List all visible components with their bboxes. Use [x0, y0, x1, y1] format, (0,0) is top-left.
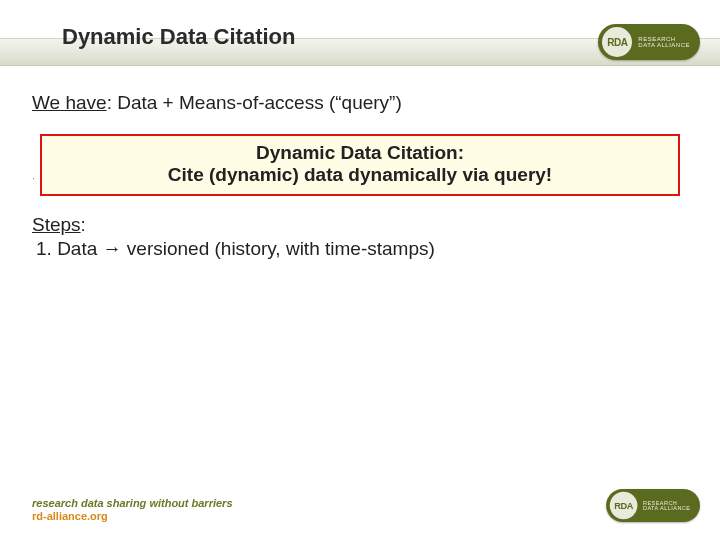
steps-label: Steps — [32, 214, 81, 235]
we-have-line: We have: Data + Means-of-access (“query”… — [32, 92, 688, 114]
step-text: Data → versioned (history, with time-sta… — [57, 238, 435, 259]
rda-logo-bottom: RDA RESEARCH DATA ALLIANCE — [598, 486, 700, 522]
callout-line1: Dynamic Data Citation: — [52, 142, 668, 164]
steps-block: Steps: 1. Data → versioned (history, wit… — [32, 214, 688, 260]
rda-logo-line2: DATA ALLIANCE — [643, 505, 691, 511]
rda-emblem-icon: RDA — [602, 27, 632, 57]
we-have-label: We have — [32, 92, 107, 113]
rda-logo-text: RESEARCH DATA ALLIANCE — [643, 500, 691, 511]
content-area: We have: Data + Means-of-access (“query”… — [32, 92, 688, 260]
footer: research data sharing without barriers r… — [32, 486, 700, 522]
we-have-rest: : Data + Means-of-access (“query”) — [107, 92, 402, 113]
steps-list: 1. Data → versioned (history, with time-… — [32, 238, 688, 260]
callout-line2: Cite (dynamic) data dynamically via quer… — [52, 164, 668, 186]
step-num: 1. — [36, 238, 52, 259]
footer-url: rd-alliance.org — [32, 510, 233, 522]
footer-left: research data sharing without barriers r… — [32, 497, 233, 522]
list-item: 1. Data → versioned (history, with time-… — [32, 238, 688, 260]
rda-logo-top: RDA RESEARCH DATA ALLIANCE — [598, 24, 700, 60]
rda-logo-line2: DATA ALLIANCE — [638, 42, 690, 48]
rda-badge: RDA RESEARCH DATA ALLIANCE — [606, 489, 700, 522]
steps-colon: : — [81, 214, 86, 235]
rda-emblem-icon: RDA — [610, 492, 638, 520]
rda-logo-text: RESEARCH DATA ALLIANCE — [638, 36, 690, 48]
rda-badge: RDA RESEARCH DATA ALLIANCE — [598, 24, 700, 60]
footer-tagline: research data sharing without barriers — [32, 497, 233, 509]
callout-box: Dynamic Data Citation: Cite (dynamic) da… — [40, 134, 680, 196]
page-title: Dynamic Data Citation — [62, 24, 296, 50]
bullet-artifact: · — [32, 172, 35, 184]
